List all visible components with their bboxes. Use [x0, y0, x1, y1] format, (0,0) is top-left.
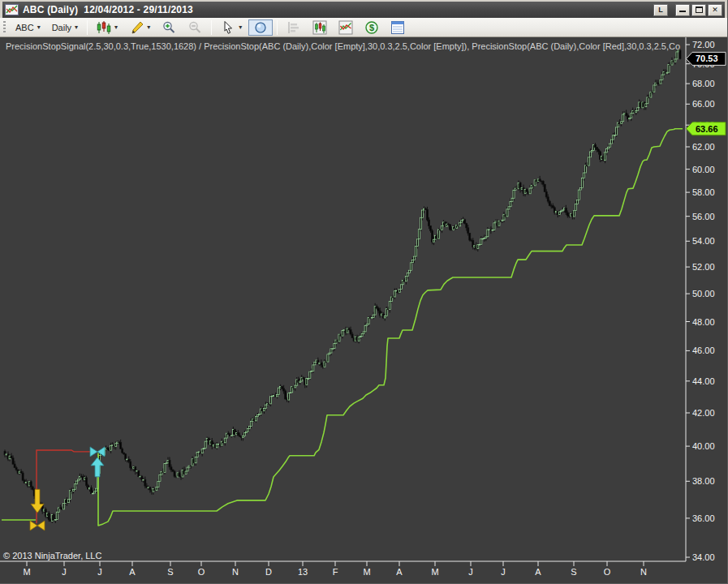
zoom-in-icon: [162, 20, 176, 35]
svg-text:A: A: [129, 567, 136, 577]
candlestick-style-icon: [97, 20, 111, 35]
period-selector[interactable]: Daily ▾: [47, 19, 83, 36]
minimize-button[interactable]: [675, 4, 690, 16]
line-chart-icon: [338, 20, 353, 35]
price-axis[interactable]: 72.0070.0068.0066.0064.0062.0060.0058.00…: [686, 37, 715, 562]
chevron-down-icon: ▾: [239, 24, 242, 31]
zoom-out-button[interactable]: [183, 19, 207, 36]
svg-text:44.00: 44.00: [692, 376, 715, 386]
chart-style-button[interactable]: ▾: [92, 19, 123, 36]
svg-text:M: M: [431, 567, 438, 577]
period-label: Daily: [52, 23, 71, 32]
svg-text:63.66: 63.66: [696, 124, 718, 134]
chart-area: 72.0070.0068.0066.0064.0062.0060.0058.00…: [0, 37, 728, 584]
svg-text:M: M: [363, 567, 370, 577]
chevron-down-icon: ▾: [114, 24, 118, 31]
order-entry-button[interactable]: [386, 19, 410, 36]
svg-text:M: M: [23, 567, 30, 577]
svg-text:62.00: 62.00: [692, 142, 715, 152]
last-price-tag: 70.53: [687, 52, 726, 65]
cursor-tool-button[interactable]: ▾: [216, 19, 247, 36]
svg-text:46.00: 46.00: [692, 346, 715, 355]
svg-text:A: A: [396, 567, 403, 577]
svg-text:S: S: [167, 567, 173, 577]
toolbar-separator: [211, 20, 212, 35]
toolbar: ABC ▾ Daily ▾ ▾ ▾: [0, 18, 727, 37]
table-window-icon: [390, 20, 405, 35]
svg-text:60.00: 60.00: [692, 165, 715, 174]
trade-markers: [30, 447, 105, 530]
crosshair-button[interactable]: [248, 19, 273, 36]
candles: [4, 49, 681, 523]
svg-text:D: D: [265, 567, 272, 577]
time-axis[interactable]: MJJASOND13FMAMJJASON: [0, 561, 686, 577]
svg-text:48.00: 48.00: [692, 317, 715, 327]
zoom-out-icon: [187, 20, 202, 35]
svg-text:42.00: 42.00: [692, 408, 715, 418]
svg-text:N: N: [640, 567, 647, 577]
titlebar[interactable]: ABC (Daily) 12/04/2012 - 29/11/2013 L ✕: [2, 2, 725, 18]
panel-manager-button[interactable]: [282, 19, 306, 36]
chart-window: ABC (Daily) 12/04/2012 - 29/11/2013 L ✕ …: [0, 0, 728, 584]
instrument-label: ABC: [15, 23, 34, 32]
buy-arrow-up: [91, 457, 104, 477]
instrument-link-button[interactable]: L: [653, 4, 668, 16]
minimize-icon: [679, 6, 686, 12]
buy-stop-bowtie: [90, 447, 105, 457]
copyright-label: © 2013 NinjaTrader, LLC: [3, 551, 101, 560]
close-button[interactable]: ✕: [708, 4, 722, 16]
pencil-icon: [129, 20, 144, 35]
maximize-icon: [696, 6, 703, 13]
cursor-arrow-icon: [221, 20, 235, 35]
candle-chart-window-icon: [312, 20, 327, 35]
toolbar-separator: [277, 20, 278, 35]
drawing-tools-button[interactable]: ▾: [124, 19, 155, 36]
zoom-in-button[interactable]: [157, 19, 181, 36]
panels-icon: [286, 20, 301, 35]
chevron-down-icon: ▾: [75, 24, 78, 31]
svg-text:40.00: 40.00: [692, 441, 715, 451]
svg-text:66.00: 66.00: [692, 99, 715, 109]
crosshair-pointer-icon: [253, 20, 268, 35]
chart-app-icon: [5, 4, 19, 15]
window-title: ABC (Daily) 12/04/2012 - 29/11/2013: [23, 4, 652, 15]
indicators-button[interactable]: [334, 19, 358, 36]
toolbar-separator: [87, 20, 88, 35]
svg-text:58.00: 58.00: [692, 187, 715, 197]
svg-text:50.00: 50.00: [692, 289, 715, 298]
svg-text:J: J: [62, 567, 67, 577]
window-frame: ABC (Daily) 12/04/2012 - 29/11/2013 L ✕: [0, 0, 727, 18]
chevron-down-icon: ▾: [147, 24, 150, 31]
maximize-button[interactable]: [691, 4, 706, 16]
stop-price-tag: 63.66: [687, 122, 726, 135]
svg-text:56.00: 56.00: [692, 212, 715, 221]
chevron-down-icon: ▾: [37, 24, 41, 31]
svg-text:O: O: [604, 567, 611, 577]
svg-text:52.00: 52.00: [692, 262, 715, 272]
svg-text:F: F: [333, 567, 338, 577]
svg-text:54.00: 54.00: [692, 236, 715, 246]
svg-text:34.00: 34.00: [692, 552, 715, 562]
svg-text:36.00: 36.00: [692, 513, 715, 523]
instrument-selector[interactable]: ABC ▾: [11, 19, 45, 36]
toolbar-grip[interactable]: [3, 21, 6, 34]
data-series-button[interactable]: [308, 19, 332, 36]
svg-text:J: J: [97, 567, 102, 577]
svg-text:O: O: [198, 567, 205, 577]
svg-text:J: J: [501, 567, 506, 577]
executions-button[interactable]: $: [360, 19, 384, 36]
svg-text:$: $: [369, 23, 374, 32]
svg-text:38.00: 38.00: [692, 476, 715, 486]
sell-stop-bowtie: [30, 521, 45, 530]
svg-text:68.00: 68.00: [692, 79, 715, 88]
svg-text:J: J: [468, 567, 473, 577]
dollar-icon: $: [364, 20, 379, 35]
svg-text:70.53: 70.53: [696, 54, 718, 63]
svg-text:13: 13: [298, 567, 308, 577]
svg-text:72.00: 72.00: [692, 40, 715, 49]
svg-text:N: N: [232, 567, 239, 577]
indicator-parameters-label: PrecisionStopSignal(2.5,30,0.3,True,1530…: [6, 41, 684, 51]
svg-text:A: A: [535, 567, 541, 577]
svg-text:S: S: [571, 567, 576, 577]
chart-canvas[interactable]: 72.0070.0068.0066.0064.0062.0060.0058.00…: [0, 37, 728, 584]
